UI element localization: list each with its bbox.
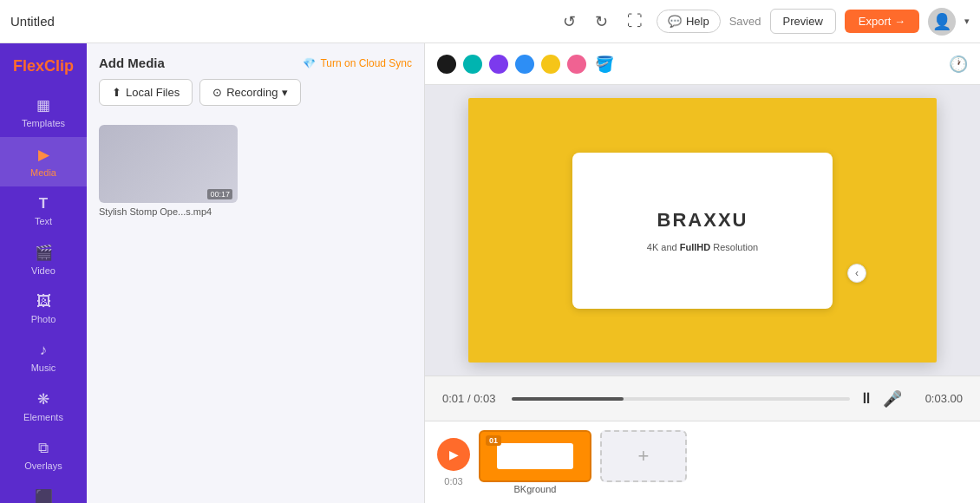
sidebar-item-label: Elements xyxy=(23,412,63,422)
color-purple[interactable] xyxy=(489,55,508,74)
sidebar-item-label: Photo xyxy=(31,314,56,324)
export-button[interactable]: Export → xyxy=(845,10,919,33)
canvas-frame[interactable]: BRAXXU 4K and FullHD Resolution xyxy=(468,98,937,363)
sidebar-item-text[interactable]: T Text xyxy=(0,186,87,235)
overlays-icon: ⧉ xyxy=(38,440,49,457)
current-time-label: 0:01 / 0:03 xyxy=(442,392,503,405)
sidebar-item-bkground[interactable]: ⬛ BKground xyxy=(0,480,87,503)
avatar[interactable]: 👤 xyxy=(928,8,956,36)
timeline-clip-1-wrapper: 01 BKground xyxy=(479,430,591,494)
sidebar-item-label: Text xyxy=(35,216,52,226)
screen-record-icon: ⊙ xyxy=(212,86,222,99)
media-grid: 00:17 Stylish Stomp Ope...s.mp4 xyxy=(87,118,424,503)
play-button[interactable]: ▶ xyxy=(437,438,470,471)
progress-bar-fill xyxy=(512,397,624,401)
canvas-logo-text: BRAXXU xyxy=(657,209,748,232)
topbar-title: Untitled xyxy=(10,14,549,29)
collapse-panel-button[interactable]: ‹ xyxy=(847,264,866,283)
history-icon[interactable]: 🕐 xyxy=(949,55,968,74)
preview-button[interactable]: Preview xyxy=(770,9,836,34)
left-panel: Add Media 💎 Turn on Cloud Sync ⬆ Local F… xyxy=(87,43,425,503)
fill-color-icon[interactable]: 🪣 xyxy=(595,55,614,74)
sidebar-item-music[interactable]: ♪ Music xyxy=(0,333,87,382)
local-files-button[interactable]: ⬆ Local Files xyxy=(99,79,193,106)
panel-actions: ⬆ Local Files ⊙ Recording ▾ xyxy=(87,79,424,118)
clip-label: BKground xyxy=(514,484,557,494)
canvas-card: BRAXXU 4K and FullHD Resolution xyxy=(572,153,833,309)
canvas-card-subtitle: 4K and FullHD Resolution xyxy=(647,242,758,252)
photo-icon: 🖼 xyxy=(36,293,51,310)
color-yellow[interactable] xyxy=(541,55,560,74)
logo: FlexClip xyxy=(0,50,87,88)
templates-icon: ▦ xyxy=(36,96,50,114)
timeline-clip-1[interactable]: 01 xyxy=(479,430,591,482)
sidebar-item-label: Media xyxy=(30,167,56,178)
right-area: ‹ 🪣 🕐 BRAXXU 4K and FullHD Resolution xyxy=(425,43,980,503)
video-controls: 0:01 / 0:03 ⏸ 🎤 0:03.00 xyxy=(425,376,980,421)
media-item[interactable]: 00:17 Stylish Stomp Ope...s.mp4 xyxy=(99,125,238,496)
undo-button[interactable]: ↺ xyxy=(558,9,581,35)
expand-button[interactable]: ⛶ xyxy=(622,9,648,34)
elements-icon: ❋ xyxy=(37,390,49,408)
end-time-label: 0:03.00 xyxy=(911,392,963,405)
recording-dropdown-icon: ▾ xyxy=(282,86,288,99)
redo-button[interactable]: ↻ xyxy=(590,9,613,35)
sidebar-item-label: Music xyxy=(31,363,56,373)
topbar-right: 💬 Help Saved Preview Export → 👤 ▾ xyxy=(657,8,970,36)
sidebar-item-elements[interactable]: ❋ Elements xyxy=(0,382,87,431)
color-blue[interactable] xyxy=(515,55,534,74)
timeline: ▶ 0:03 01 BKground + + xyxy=(425,421,980,503)
color-teal[interactable] xyxy=(463,55,482,74)
bkground-icon: ⬛ xyxy=(35,488,53,503)
sidebar-item-media[interactable]: ▶ Media xyxy=(0,137,87,186)
sidebar-item-overlays[interactable]: ⧉ Overlays xyxy=(0,431,87,480)
music-icon: ♪ xyxy=(40,342,48,359)
color-black[interactable] xyxy=(437,55,456,74)
panel-header: Add Media 💎 Turn on Cloud Sync xyxy=(87,43,424,79)
sidebar-item-photo[interactable]: 🖼 Photo xyxy=(0,284,87,333)
media-thumbnail: 00:17 xyxy=(99,125,238,203)
clip-thumbnail xyxy=(497,443,573,470)
add-media-title: Add Media xyxy=(99,56,165,70)
upload-icon: ⬆ xyxy=(112,86,121,99)
add-clip-button[interactable]: + xyxy=(600,430,687,482)
timeline-time: 0:03 xyxy=(444,476,462,487)
canvas-area: BRAXXU 4K and FullHD Resolution xyxy=(425,85,980,376)
video-icon: 🎬 xyxy=(35,244,53,262)
clip-number: 01 xyxy=(486,435,501,446)
help-button[interactable]: 💬 Help xyxy=(657,10,721,33)
logo-flex: Flex xyxy=(13,57,44,75)
media-duration: 00:17 xyxy=(207,189,232,199)
progress-bar[interactable] xyxy=(512,397,850,401)
color-toolbar: 🪣 🕐 xyxy=(425,43,980,85)
timeline-add-wrapper: + + xyxy=(600,430,687,494)
saved-label: Saved xyxy=(729,15,761,28)
cloud-icon: 💎 xyxy=(303,57,316,69)
topbar: Untitled ↺ ↻ ⛶ 💬 Help Saved Preview Expo… xyxy=(0,0,980,43)
cloud-sync-button[interactable]: 💎 Turn on Cloud Sync xyxy=(303,57,412,69)
plus-icon: + xyxy=(638,445,650,467)
pause-button[interactable]: ⏸ xyxy=(859,389,874,408)
sidebar-item-templates[interactable]: ▦ Templates xyxy=(0,88,87,137)
color-pink[interactable] xyxy=(567,55,586,74)
sidebar-item-label: Templates xyxy=(22,118,65,128)
sidebar-item-label: Overlays xyxy=(24,461,62,471)
media-icon: ▶ xyxy=(38,146,49,164)
media-filename: Stylish Stomp Ope...s.mp4 xyxy=(99,206,238,217)
logo-clip: Clip xyxy=(44,57,74,75)
profile-dropdown-icon[interactable]: ▾ xyxy=(964,16,970,27)
recording-button[interactable]: ⊙ Recording ▾ xyxy=(199,79,301,106)
sidebar: FlexClip ▦ Templates ▶ Media T Text 🎬 Vi… xyxy=(0,43,87,503)
chat-icon: 💬 xyxy=(668,15,682,28)
play-button-wrapper: ▶ 0:03 xyxy=(437,438,470,487)
sidebar-item-label: Video xyxy=(31,265,56,276)
main-layout: FlexClip ▦ Templates ▶ Media T Text 🎬 Vi… xyxy=(0,43,980,503)
microphone-icon[interactable]: 🎤 xyxy=(883,389,902,408)
text-icon: T xyxy=(39,195,48,212)
sidebar-item-video[interactable]: 🎬 Video xyxy=(0,235,87,284)
